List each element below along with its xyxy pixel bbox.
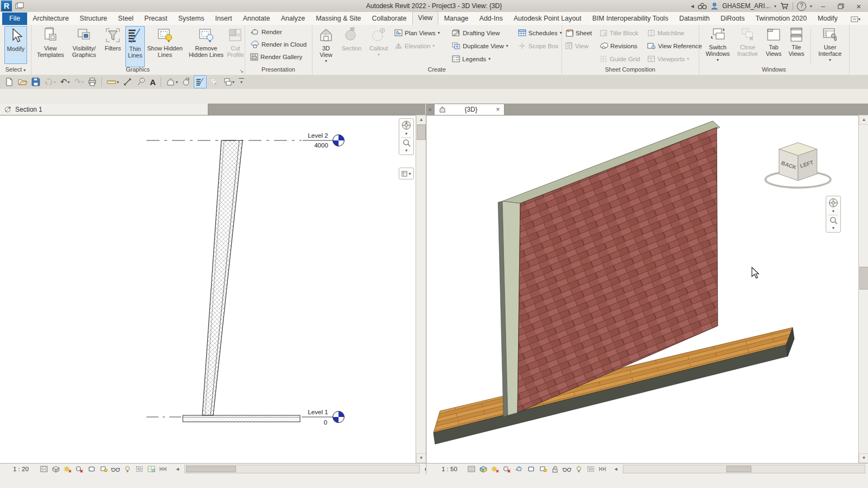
tab-systems[interactable]: Systems (173, 12, 209, 25)
show-crop-region-icon-right[interactable] (539, 465, 547, 473)
synchronize-button[interactable]: ▾ (43, 76, 58, 88)
temporary-hide-isolate-icon-right[interactable] (563, 465, 571, 473)
thin-lines-button-qat[interactable] (194, 75, 207, 88)
left-hscroll-left-arrow[interactable]: ◄ (175, 466, 180, 472)
shadows-off-icon-right[interactable] (503, 465, 512, 473)
callout-button[interactable]: Callout ▾ (366, 26, 391, 66)
view-on-sheet-button[interactable]: View (565, 42, 589, 49)
title-block-button[interactable]: Title Block (599, 29, 639, 36)
tab-annotate[interactable]: Annotate (238, 12, 276, 25)
close-button[interactable]: × (852, 2, 866, 11)
view-tab-3d[interactable]: {3D} × (434, 104, 505, 115)
render-button[interactable]: Render (250, 28, 282, 36)
zoom-button-right[interactable] (829, 216, 838, 224)
undo-button[interactable]: ↶▾ (59, 76, 72, 88)
sheet-button[interactable]: Sheet (565, 29, 592, 37)
view-tab-section-1[interactable]: Section 1 (0, 104, 208, 115)
customize-qat-button[interactable]: —▾ (237, 76, 246, 88)
floor-slab-section[interactable] (183, 415, 300, 422)
scope-box-button[interactable]: Scope Box (518, 42, 559, 49)
reveal-constraints-icon-right[interactable] (598, 465, 607, 473)
right-horizontal-scrollbar[interactable] (623, 465, 865, 473)
tab-views-button[interactable]: Tab Views (763, 26, 784, 66)
scale-button-right[interactable]: 1 : 50 (442, 466, 457, 472)
tab-architecture[interactable]: Architecture (27, 12, 74, 25)
show-rendering-dialog-icon[interactable] (515, 465, 524, 473)
tab-massing-site[interactable]: Massing & Site (310, 12, 366, 25)
duplicate-view-button[interactable]: Duplicate View▾ (452, 42, 508, 49)
tab-manage[interactable]: Manage (438, 12, 474, 25)
zoom-button[interactable] (403, 139, 411, 147)
tab-insert[interactable]: Insert (209, 12, 237, 25)
right-vertical-scrollbar[interactable]: ▲ ▼ (858, 115, 868, 463)
sun-path-off-icon[interactable] (63, 465, 72, 473)
tab-twinmotion[interactable]: Twinmotion 2020 (750, 12, 813, 25)
tab-diroots[interactable]: DiRoots (715, 12, 750, 25)
panel-caption-select[interactable]: Select ▾ (0, 66, 31, 74)
3d-view-dropdown-chevron-icon[interactable]: ▾ (325, 58, 327, 65)
zoom-menu-chevron-icon-right[interactable]: ▾ (832, 226, 834, 230)
tab-datasmith[interactable]: Datasmith (674, 12, 715, 25)
tab-collaborate[interactable]: Collaborate (367, 12, 412, 25)
full-navigation-wheel-button[interactable] (828, 198, 838, 208)
schedules-button[interactable]: Schedules▾ (518, 29, 562, 36)
help-menu-chevron-icon[interactable]: ▾ (810, 4, 812, 9)
2d-steering-wheel-button[interactable]: 2D (401, 120, 411, 130)
crop-view-icon-right[interactable] (527, 465, 535, 473)
level-2-annotation[interactable]: Level 2 4000 (146, 132, 344, 149)
matchline-button[interactable]: Matchline (647, 29, 684, 36)
viewcube[interactable]: BACK LEFT (765, 143, 831, 188)
visibility-graphics-button[interactable]: Visibility/ Graphics (68, 26, 100, 66)
show-crop-region-icon[interactable] (99, 465, 108, 473)
reveal-constraints-icon[interactable] (159, 465, 168, 473)
signed-in-user[interactable]: GHASEM_ARI... (722, 2, 770, 10)
temporary-view-properties-icon[interactable] (135, 465, 144, 473)
tab-view[interactable]: View (412, 11, 439, 25)
scale-button[interactable]: 1 : 20 (13, 466, 29, 472)
tab-file[interactable]: File (2, 12, 27, 25)
drafting-view-button[interactable]: Drafting View (452, 29, 500, 36)
view-templates-button[interactable]: View Templates (34, 26, 67, 66)
guide-grid-button[interactable]: Guide Grid (599, 55, 640, 62)
wheel-menu-chevron-icon[interactable]: ▾ (405, 131, 407, 136)
minimize-button[interactable]: – (816, 2, 830, 10)
detail-level-icon[interactable] (40, 465, 48, 473)
temporary-hide-isolate-icon[interactable] (111, 465, 120, 473)
wheel-menu-chevron-icon-right[interactable]: ▾ (832, 209, 834, 214)
user-interface-button[interactable]: User Interface ▾ (815, 26, 845, 66)
sun-path-off-icon-right[interactable] (491, 465, 500, 473)
right-hscroll-left-arrow[interactable]: ◄ (614, 466, 618, 472)
thin-lines-button[interactable]: Thin Lines (125, 26, 145, 67)
shadows-off-icon[interactable] (75, 465, 84, 473)
back-arrow-icon[interactable]: ◂ (691, 2, 694, 10)
tile-views-button[interactable]: Tile Views (786, 26, 807, 66)
detail-level-icon-right[interactable] (467, 465, 476, 473)
modify-button[interactable]: Modify (4, 26, 27, 64)
tab-bim-interoperability-tools[interactable]: BIM Interoperability Tools (587, 12, 674, 25)
close-view-tab-icon[interactable]: × (496, 106, 500, 113)
measure-button[interactable]: ▾ (105, 76, 120, 88)
tab-modify[interactable]: Modify (812, 12, 843, 25)
render-in-cloud-button[interactable]: Render in Cloud (250, 41, 307, 48)
3d-view-button[interactable]: 3D View ▾ (315, 26, 337, 66)
open-button[interactable] (16, 76, 29, 88)
show-hidden-lines-button[interactable]: Show Hidden Lines (145, 26, 185, 66)
section-button-qat[interactable] (181, 76, 193, 88)
switch-windows-button[interactable]: Switch Windows ▾ (703, 26, 732, 66)
user-avatar-icon[interactable] (711, 2, 718, 10)
close-inactive-button-qat[interactable] (208, 76, 220, 88)
save-button[interactable] (30, 76, 42, 88)
left-vertical-scrollbar[interactable]: ▲ ▼ (416, 115, 426, 463)
close-inactive-button[interactable]: Close Inactive (735, 26, 761, 66)
tab-analyze[interactable]: Analyze (276, 12, 310, 25)
elevation-button[interactable]: Elevation▾ (394, 42, 435, 49)
print-button[interactable] (86, 76, 98, 88)
switch-windows-button-qat[interactable]: ▾ (221, 76, 236, 88)
left-horizontal-scrollbar[interactable] (184, 465, 420, 473)
redo-button[interactable]: ↷▾ (73, 76, 86, 88)
worksharing-display-icon[interactable] (147, 465, 156, 473)
text-button[interactable]: A (148, 76, 157, 88)
section-view-canvas[interactable]: Level 2 4000 Level (0, 115, 416, 464)
wall-section[interactable] (202, 140, 242, 415)
tag-by-category-button[interactable]: 1 (135, 76, 147, 88)
